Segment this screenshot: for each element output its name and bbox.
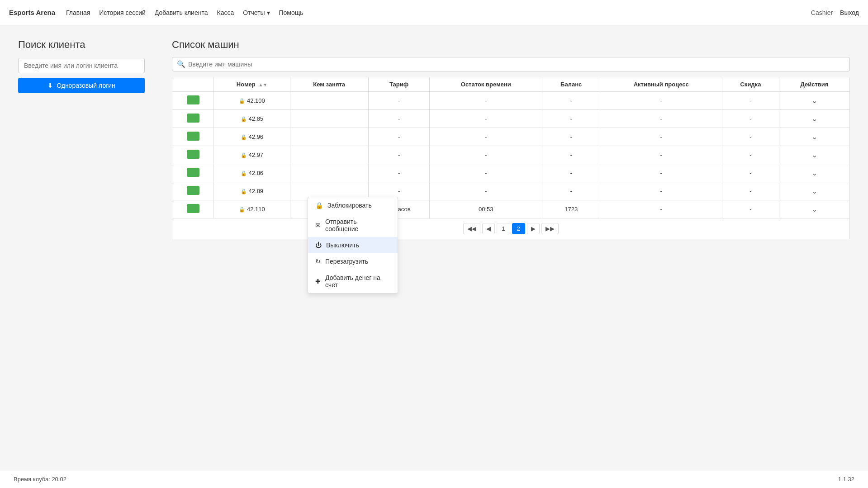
- nav-add-client[interactable]: Добавить клиента: [155, 9, 208, 16]
- row-actions-cell[interactable]: ⌄: [779, 110, 849, 128]
- nav-cashier[interactable]: Касса: [217, 9, 234, 16]
- row-number-cell: 🔒 42.85: [214, 110, 290, 128]
- lock-icon: 🔒: [239, 98, 245, 104]
- status-indicator-green: [187, 204, 199, 213]
- row-expand-button[interactable]: ⌄: [809, 204, 820, 214]
- nav-links: Главная История сессий Добавить клиента …: [66, 9, 800, 16]
- row-time_left-cell: -: [430, 146, 542, 164]
- table-row: 🔒 42.97-----⌄: [172, 146, 850, 164]
- table-row: 🔒 42.110Почасов00:531723--⌄: [172, 200, 850, 218]
- row-actions-cell[interactable]: ⌄: [779, 164, 849, 182]
- table-row: 🔒 42.86-----⌄: [172, 164, 850, 182]
- row-occupied_by-cell: [290, 146, 368, 164]
- row-discount-cell: -: [722, 164, 779, 182]
- row-number-cell: 🔒 42.96: [214, 128, 290, 146]
- nav-sessions[interactable]: История сессий: [99, 9, 146, 16]
- row-discount-cell: -: [722, 182, 779, 200]
- row-status-cell: [172, 128, 214, 146]
- col-status: [172, 77, 214, 92]
- machine-search-input[interactable]: [188, 61, 845, 68]
- machine-search-wrap: 🔍: [172, 57, 850, 71]
- dropdown-reboot[interactable]: ↻ Перезагрузить: [308, 253, 398, 270]
- row-balance-cell: -: [542, 110, 600, 128]
- lock-icon: 🔒: [241, 152, 247, 158]
- row-time_left-cell: -: [430, 128, 542, 146]
- row-expand-button[interactable]: ⌄: [809, 168, 820, 178]
- guest-login-button[interactable]: ⬇ Одноразовый логин: [18, 78, 145, 93]
- col-actions: Действия: [779, 77, 849, 92]
- nav-help[interactable]: Помощь: [279, 9, 304, 16]
- nav-logout-link[interactable]: Выход: [840, 9, 859, 16]
- status-indicator-green: [187, 186, 199, 195]
- client-search-title: Поиск клиента: [18, 39, 145, 51]
- row-active_process-cell: -: [600, 164, 722, 182]
- row-balance-cell: -: [542, 92, 600, 110]
- col-discount: Скидка: [722, 77, 779, 92]
- footer: Время клуба: 20:02 1.1.32: [0, 470, 868, 488]
- row-status-cell: [172, 182, 214, 200]
- dropdown-shutdown[interactable]: ⏻ Выключить: [308, 237, 398, 253]
- row-actions-cell[interactable]: ⌄: [779, 146, 849, 164]
- nav-reports[interactable]: Отчеты ▾: [243, 9, 270, 16]
- row-status-cell: [172, 110, 214, 128]
- action-dropdown: 🔒 Заблокировать ✉ Отправить сообщение ⏻ …: [308, 197, 398, 294]
- table-row: 🔒 42.100-----⌄: [172, 92, 850, 110]
- row-time_left-cell: -: [430, 164, 542, 182]
- lock-icon: 🔒: [239, 207, 245, 212]
- page-next-button[interactable]: ▶: [527, 223, 540, 234]
- page-prev-button[interactable]: ◀: [482, 223, 495, 234]
- row-actions-cell[interactable]: ⌄: [779, 128, 849, 146]
- row-time_left-cell: -: [430, 182, 542, 200]
- row-actions-cell[interactable]: ⌄: [779, 92, 849, 110]
- page-2-button[interactable]: 2: [512, 223, 525, 234]
- sort-arrows-number: ▲▼: [258, 83, 267, 87]
- refresh-icon: ↻: [315, 258, 321, 265]
- row-number-cell: 🔒 42.97: [214, 146, 290, 164]
- row-occupied_by-cell: [290, 110, 368, 128]
- row-tariff-cell: -: [368, 110, 430, 128]
- row-expand-button[interactable]: ⌄: [809, 132, 820, 142]
- row-expand-button[interactable]: ⌄: [809, 186, 820, 196]
- row-actions-cell[interactable]: ⌄: [779, 182, 849, 200]
- row-discount-cell: -: [722, 200, 779, 218]
- row-occupied_by-cell: [290, 128, 368, 146]
- row-balance-cell: -: [542, 146, 600, 164]
- page-last-button[interactable]: ▶▶: [541, 223, 559, 234]
- row-expand-button[interactable]: ⌄: [809, 95, 820, 106]
- page-first-button[interactable]: ◀◀: [463, 223, 480, 234]
- row-actions-cell[interactable]: ⌄: [779, 200, 849, 218]
- row-occupied_by-cell: [290, 92, 368, 110]
- table-header-row: Номер ▲▼ Кем занята Тариф Остаток времен…: [172, 77, 850, 92]
- row-tariff-cell: -: [368, 164, 430, 182]
- row-time_left-cell: -: [430, 92, 542, 110]
- plus-circle-icon: ✚: [315, 278, 321, 285]
- status-indicator-green: [187, 114, 199, 123]
- version: 1.1.32: [838, 476, 854, 483]
- page-1-button[interactable]: 1: [497, 223, 510, 234]
- nav-user: Cashier: [811, 9, 833, 16]
- dropdown-add-money[interactable]: ✚ Добавить денег на счет: [308, 270, 398, 293]
- brand-logo: Esports Arena: [9, 9, 55, 16]
- nav-home[interactable]: Главная: [66, 9, 90, 16]
- lock-icon: 🔒: [241, 189, 247, 194]
- row-tariff-cell: -: [368, 146, 430, 164]
- col-balance: Баланс: [542, 77, 600, 92]
- col-occupied: Кем занята: [290, 77, 368, 92]
- power-icon: ⏻: [315, 242, 322, 249]
- row-active_process-cell: -: [600, 110, 722, 128]
- client-search-input[interactable]: [18, 58, 145, 73]
- row-expand-button[interactable]: ⌄: [809, 150, 820, 160]
- col-tariff: Тариф: [368, 77, 430, 92]
- row-number-cell: 🔒 42.110: [214, 200, 290, 218]
- col-number: Номер ▲▼: [214, 77, 290, 92]
- status-indicator-green: [187, 168, 199, 177]
- dropdown-message[interactable]: ✉ Отправить сообщение: [308, 213, 398, 237]
- dropdown-block[interactable]: 🔒 Заблокировать: [308, 197, 398, 213]
- row-expand-button[interactable]: ⌄: [809, 114, 820, 124]
- row-occupied_by-cell: [290, 164, 368, 182]
- row-number-cell: 🔒 42.86: [214, 164, 290, 182]
- row-balance-cell: -: [542, 164, 600, 182]
- navbar: Esports Arena Главная История сессий Доб…: [0, 0, 868, 25]
- guest-login-label: Одноразовый логин: [57, 82, 115, 89]
- row-time_left-cell: 00:53: [430, 200, 542, 218]
